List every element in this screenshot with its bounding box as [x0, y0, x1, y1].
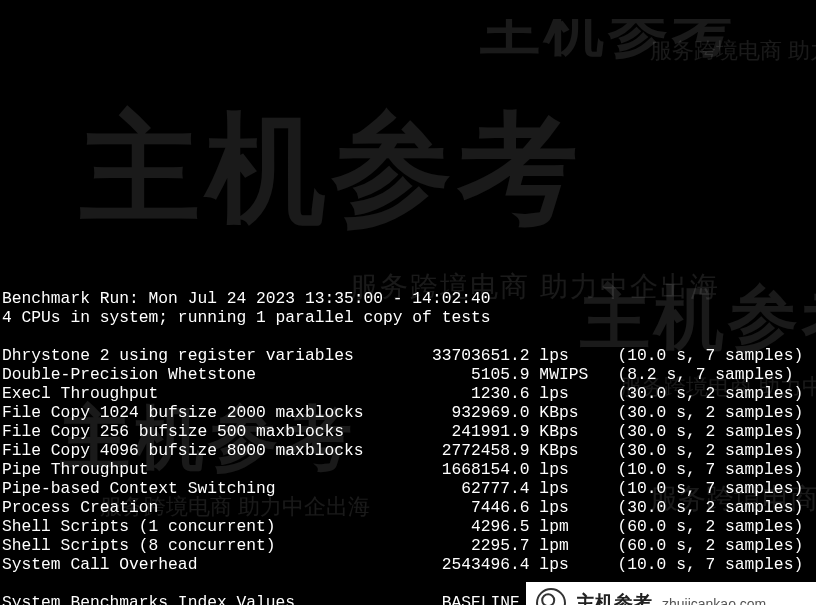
source-logo-icon [536, 588, 566, 605]
terminal-output: Benchmark Run: Mon Jul 24 2023 13:35:00 … [0, 285, 816, 605]
watermark-text: 主机参考 [80, 159, 584, 178]
source-badge: 主机参考 zhujicankao.com [526, 582, 816, 605]
source-domain: zhujicankao.com [662, 595, 766, 606]
watermark-subtext: 服务跨境电商 助力中企出海 [650, 41, 816, 60]
watermark-text: 主机参考 [480, 19, 736, 38]
source-name: 主机参考 [576, 593, 652, 606]
